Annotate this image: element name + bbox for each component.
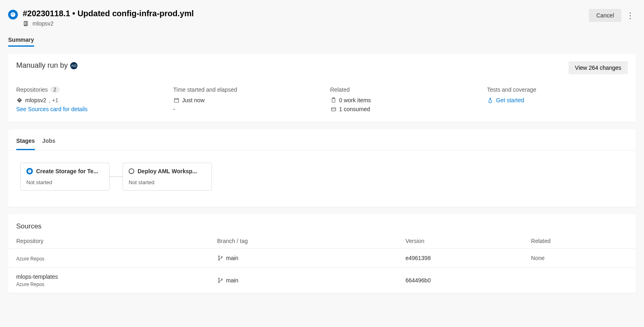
source-repo-sub: Azure Repos (16, 282, 201, 287)
stage-box[interactable]: Deploy AML Worksp... Not started (123, 163, 212, 191)
tests-get-started-link[interactable]: Get started (496, 97, 524, 103)
repos-count-badge: 2 (50, 86, 60, 93)
run-by-label: Manually run by (16, 61, 68, 70)
tab-jobs[interactable]: Jobs (42, 135, 56, 150)
stage-box[interactable]: Create Storage for Te... Not started (20, 163, 110, 191)
primary-repo: mlopsv2 (25, 97, 46, 103)
stage-status: Not started (26, 179, 103, 185)
stage-connector (110, 176, 123, 177)
avatar: AO (70, 62, 78, 69)
svg-point-11 (221, 279, 222, 280)
view-changes-button[interactable]: View 264 changes (569, 61, 628, 74)
time-elapsed: - (173, 106, 175, 112)
source-related: None (523, 249, 636, 268)
svg-point-6 (218, 256, 220, 257)
stages-card: Stages Jobs Create Storage for Te... Not… (8, 129, 636, 207)
stage-title-text: Deploy AML Worksp... (138, 168, 197, 174)
calendar-icon (173, 97, 180, 103)
source-related (523, 268, 636, 293)
sources-heading: Sources (8, 222, 636, 234)
source-branch: main (226, 277, 238, 284)
table-row[interactable]: mlops-templates Azure Repos main 664496b… (8, 268, 636, 293)
flask-icon (487, 97, 493, 103)
sources-card: Sources Repository Branch / tag Version … (8, 214, 636, 293)
git-icon (16, 97, 23, 103)
svg-rect-4 (331, 108, 336, 111)
svg-point-7 (218, 259, 220, 260)
table-row[interactable]: Azure Repos main e4961398 None (8, 249, 636, 268)
clock-icon (8, 10, 18, 19)
source-version[interactable]: e4961398 (405, 255, 431, 261)
overview-card: Manually run by AO View 264 changes Repo… (8, 54, 636, 122)
overview-tests: Tests and coverage Get started (487, 86, 628, 115)
col-branch: Branch / tag (209, 234, 397, 249)
clipboard-icon (330, 97, 337, 103)
branch-icon (217, 277, 224, 284)
source-repo-name: mlops-templates (16, 273, 201, 280)
stage-title-text: Create Storage for Te... (36, 168, 98, 174)
col-version: Version (397, 234, 523, 249)
source-repo-sub: Azure Repos (16, 256, 201, 262)
branch-icon (217, 255, 224, 261)
svg-point-8 (221, 256, 222, 258)
time-label: Time started and elapsed (173, 86, 314, 93)
svg-point-10 (218, 282, 220, 283)
page-tabs: Summary (8, 34, 636, 47)
kebab-icon: ⋮ (626, 11, 634, 20)
repo-icon (23, 20, 29, 27)
work-items: 0 work items (339, 97, 371, 103)
page-header: #20230118.1 • Updated config-infra-prod.… (8, 8, 636, 27)
tab-stages[interactable]: Stages (16, 135, 35, 150)
repos-label: Repositories (16, 86, 48, 93)
overview-repositories: Repositories 2 mlopsv2 , +1 See Sources … (16, 86, 157, 115)
run-title: #20230118.1 • Updated config-infra-prod.… (23, 8, 194, 19)
col-related: Related (523, 234, 636, 249)
see-sources-link[interactable]: See Sources card for details (16, 106, 88, 112)
tab-summary[interactable]: Summary (8, 34, 34, 47)
overview-related: Related 0 work items 1 consumed (330, 86, 471, 115)
consumed-artifacts: 1 consumed (339, 106, 370, 112)
svg-rect-0 (174, 99, 179, 103)
related-label: Related (330, 86, 471, 93)
col-repository: Repository (8, 234, 209, 249)
stage-status: Not started (129, 179, 206, 185)
tests-label: Tests and coverage (487, 86, 628, 93)
source-branch: main (226, 255, 238, 261)
cancel-button[interactable]: Cancel (589, 9, 621, 22)
more-actions-button[interactable]: ⋮ (625, 8, 636, 23)
extra-repos: , +1 (49, 97, 58, 103)
svg-point-9 (218, 278, 220, 279)
svg-rect-2 (332, 98, 335, 103)
artifact-icon (330, 106, 337, 112)
time-started: Just now (182, 97, 205, 103)
circle-icon (129, 168, 134, 174)
source-version[interactable]: 664496b0 (405, 277, 431, 284)
overview-time: Time started and elapsed Just now - (173, 86, 314, 115)
pipeline-name: mlopsv2 (32, 20, 54, 27)
clock-icon (26, 168, 33, 174)
